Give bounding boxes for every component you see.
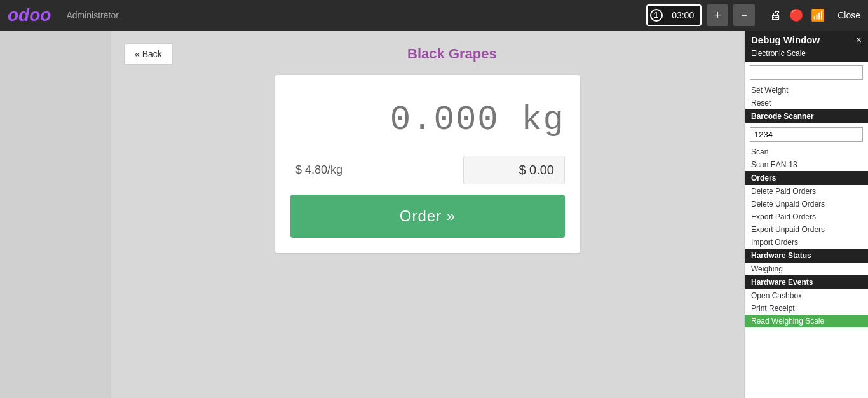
hardware-status-section-header: Hardware Status	[745, 249, 868, 263]
read-weighing-scale-button[interactable]: Read Weighing Scale	[745, 315, 868, 327]
close-button[interactable]: Close	[837, 10, 860, 20]
pos-area: « Back Black Grapes 0.000 kg $ 4.80/kg $…	[111, 31, 744, 398]
back-button[interactable]: « Back	[124, 43, 173, 65]
main-content: « Back Black Grapes 0.000 kg $ 4.80/kg $…	[0, 31, 868, 398]
export-paid-orders-button[interactable]: Export Paid Orders	[745, 210, 868, 223]
debug-header: Debug Window ×	[745, 31, 868, 49]
price-per-kg: $ 4.80/kg	[290, 163, 453, 177]
barcode-section-header: Barcode Scanner	[745, 109, 868, 123]
delete-paid-orders-button[interactable]: Delete Paid Orders	[745, 185, 868, 198]
print-receipt-button[interactable]: Print Receipt	[745, 302, 868, 315]
pos-header: « Back Black Grapes	[124, 43, 731, 65]
debug-close-button[interactable]: ×	[856, 35, 862, 45]
open-cashbox-button[interactable]: Open Cashbox	[745, 289, 868, 302]
debug-panel: Debug Window × Electronic Scale Set Weig…	[744, 31, 868, 398]
minus-button[interactable]: −	[733, 4, 755, 26]
hierarchy-icon[interactable]: 🔴	[789, 8, 803, 22]
wifi-icon[interactable]: 📶	[811, 8, 825, 22]
orders-section-header: Orders	[745, 171, 868, 185]
import-orders-button[interactable]: Import Orders	[745, 236, 868, 249]
admin-label: Administrator	[66, 10, 118, 20]
barcode-input[interactable]	[750, 127, 863, 142]
add-button[interactable]: +	[707, 4, 728, 26]
scan-ean-button[interactable]: Scan EAN-13	[745, 158, 868, 171]
hardware-events-section-header: Hardware Events	[745, 275, 868, 289]
weight-display: 0.000 kg	[290, 94, 565, 146]
product-panel: 0.000 kg $ 4.80/kg $ 0.00 Order »	[275, 75, 580, 253]
price-row: $ 4.80/kg $ 0.00	[290, 156, 565, 184]
debug-subtitle: Electronic Scale	[745, 49, 868, 62]
product-title: Black Grapes	[173, 46, 731, 62]
scan-button[interactable]: Scan	[745, 146, 868, 158]
weighing-button[interactable]: Weighing	[745, 263, 868, 275]
odoo-logo: odoo	[8, 5, 51, 25]
set-weight-button[interactable]: Set Weight	[745, 84, 868, 97]
export-unpaid-orders-button[interactable]: Export Unpaid Orders	[745, 223, 868, 236]
session-number: 1	[648, 6, 665, 25]
order-button[interactable]: Order »	[290, 195, 565, 238]
weight-input[interactable]	[750, 65, 863, 80]
total-price: $ 0.00	[463, 156, 565, 184]
session-time: 03:00	[665, 6, 700, 25]
session-info: 1 03:00	[646, 4, 702, 26]
left-sidebar	[0, 31, 111, 398]
print-icon[interactable]: 🖨	[770, 9, 782, 22]
topbar: odoo Administrator 1 03:00 + − 🖨 🔴 📶 Clo…	[0, 0, 868, 31]
debug-title: Debug Window	[751, 34, 820, 45]
topbar-icons: 🖨 🔴 📶 Close	[770, 8, 860, 22]
reset-button[interactable]: Reset	[745, 97, 868, 109]
delete-unpaid-orders-button[interactable]: Delete Unpaid Orders	[745, 198, 868, 210]
